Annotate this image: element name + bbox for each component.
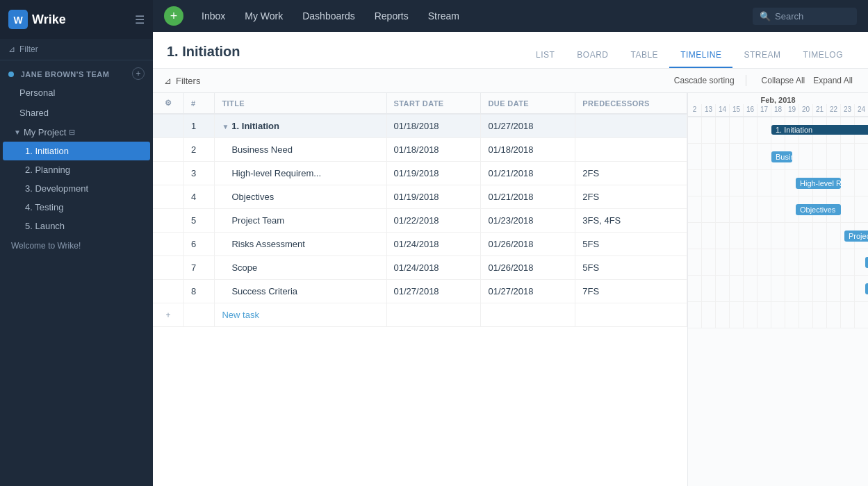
hamburger-icon[interactable]: ☰ [135,13,145,26]
sidebar-header: W Wrike ☰ [0,0,153,39]
gantt-cell [799,144,813,169]
gantt-cell [716,249,730,275]
expand-all-button[interactable]: Expand All [809,74,857,87]
row-due: 01/21/2018 [481,162,575,185]
row-num: 8 [183,280,214,303]
sidebar-item-welcome[interactable]: Welcome to Wrike! [0,235,153,256]
add-task-plus[interactable]: + [153,303,183,327]
row-start: 01/24/2018 [386,256,481,280]
row-num: 3 [183,162,214,185]
row-title[interactable]: Project Team [215,209,386,233]
gantt-cell [827,276,841,301]
gantt-bar[interactable]: Risks Assessment [865,257,868,268]
team-add-button[interactable]: + [132,67,145,80]
gantt-cell [744,144,758,169]
nav-dashboards[interactable]: Dashboards [295,2,362,30]
sidebar-item-planning[interactable]: 2. Planning [0,160,153,179]
gantt-day-label: 2 [688,104,702,116]
view-tabs: LIST BOARD TABLE TIMELINE STREAM TIMELOG [525,43,854,68]
gantt-cell [716,170,730,196]
gantt-cell [688,117,702,143]
row-title[interactable]: Scope [215,256,386,280]
table-row: 8 Success Criteria 01/27/2018 01/27/2018… [153,280,687,303]
row-pred: 5FS [575,256,687,280]
gantt-day-label: 21 [813,104,827,116]
gantt-cell [702,144,716,169]
sidebar-sub-items: 1. Initiation 2. Planning 3. Development… [0,142,153,235]
sidebar-item-shared[interactable]: Shared [0,103,153,123]
gantt-bar[interactable]: Project Team [844,231,868,242]
table-row: 2 Business Need 01/18/2018 01/18/2018 [153,138,687,162]
gantt-cell [841,276,855,301]
gantt-bar[interactable]: Scope [865,283,868,294]
toolbar-right: Cascade sorting Collapse All Expand All [674,74,857,87]
gantt-section: Feb, 2018 213141516171819202122232425262… [688,93,868,486]
gantt-day-label: 22 [827,104,841,116]
nav-reports[interactable]: Reports [368,2,416,30]
search-placeholder: Search [775,11,803,22]
cascade-sorting[interactable]: Cascade sorting [674,76,735,85]
col-title: TITLE [215,93,386,114]
gantt-cell [799,302,813,328]
gantt-bar[interactable]: High-level Requirements [796,178,841,189]
nav-mywork[interactable]: My Work [238,2,290,30]
search-bar[interactable]: 🔍 Search [753,8,857,25]
tab-timelog[interactable]: TIMELOG [792,43,854,68]
gantt-cell [785,302,799,328]
gantt-cell [688,170,702,196]
row-due: 01/27/2018 [481,114,575,138]
gantt-cell [827,223,841,249]
filter-icon: ⊿ [164,76,172,86]
row-settings-col [153,138,183,162]
gantt-day-label: 24 [855,104,868,116]
row-title[interactable]: High-level Requirem... [215,162,386,185]
row-title[interactable]: ▼1. Initiation [215,114,386,138]
tab-table[interactable]: TABLE [620,43,670,68]
tab-list[interactable]: LIST [525,43,566,68]
filters-button[interactable]: ⊿ Filters [164,76,200,86]
new-task-label[interactable]: New task [215,303,386,327]
gantt-cell [702,276,716,301]
sidebar-item-development[interactable]: 3. Development [0,179,153,198]
sidebar-item-initiation[interactable]: 1. Initiation [3,142,150,160]
row-settings-col [153,209,183,233]
collapse-all-button[interactable]: Collapse All [758,74,810,87]
gantt-cell [716,223,730,249]
gantt-cell [841,249,855,275]
gantt-cell [744,223,758,249]
gantt-cell [771,170,785,196]
gantt-day-label: 17 [758,104,771,116]
gantt-cell [688,196,702,222]
gantt-header: Feb, 2018 213141516171819202122232425262… [688,93,868,117]
add-button[interactable]: + [164,6,183,26]
tab-stream[interactable]: STREAM [732,43,792,68]
gantt-day-label: 23 [841,104,855,116]
nav-inbox[interactable]: Inbox [195,2,232,30]
sidebar-item-launch[interactable]: 5. Launch [0,217,153,235]
sidebar-item-personal[interactable]: Personal [0,83,153,103]
filter-bar[interactable]: ⊿ Filter [0,39,153,60]
gantt-cell [799,223,813,249]
gantt-cell [688,249,702,275]
sidebar: W Wrike ☰ ⊿ Filter JANE BROWN'S TEAM + P… [0,0,153,486]
gantt-bar[interactable]: 1. Initiation [771,125,868,135]
sidebar-project[interactable]: ▼ My Project ⊟ [0,123,153,142]
gantt-cell [702,302,716,328]
gantt-bar[interactable]: Objectives [796,204,841,215]
row-title[interactable]: Business Need [215,138,386,162]
nav-stream[interactable]: Stream [421,2,466,30]
tab-timeline[interactable]: TIMELINE [669,43,732,68]
gantt-cell [730,196,744,222]
sidebar-item-testing[interactable]: 4. Testing [0,198,153,217]
divider [746,75,746,86]
col-settings[interactable]: ⚙ [153,93,183,114]
row-num: 7 [183,256,214,280]
row-title[interactable]: Success Criteria [215,280,386,303]
tab-board[interactable]: BOARD [566,43,619,68]
gantt-bar[interactable]: Business Need [771,151,792,162]
gantt-cell [730,144,744,169]
row-title[interactable]: Risks Assessment [215,233,386,256]
row-title[interactable]: Objectives [215,185,386,209]
filters-label: Filters [176,76,200,86]
col-due: DUE DATE [481,93,575,114]
